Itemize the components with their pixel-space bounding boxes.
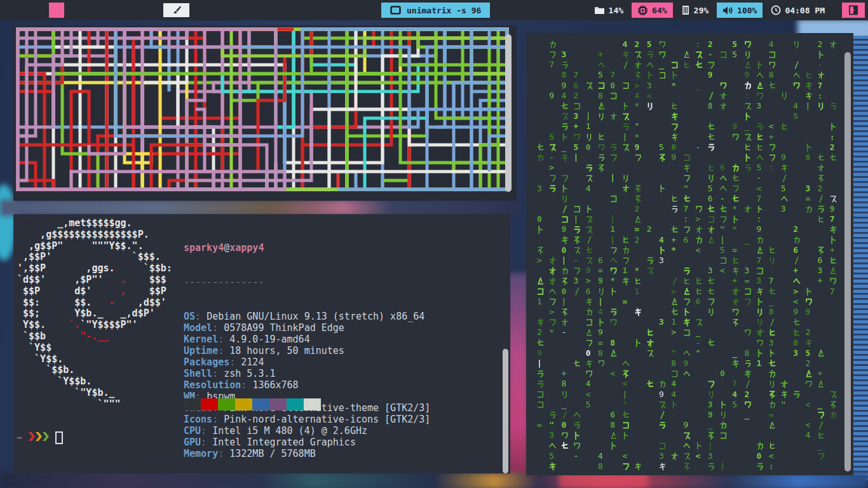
shell-prompt: ~ (17, 431, 63, 444)
paintbrush-icon (172, 5, 182, 15)
info-colon: : (212, 322, 224, 334)
info-value: 0578A99 ThinkPad Edge (224, 322, 344, 334)
folder-icon (594, 6, 605, 15)
info-label: Packages (184, 356, 229, 368)
neofetch-title-line: sparky4@xappy4 (184, 242, 430, 254)
prompt-chevron (29, 432, 35, 441)
neofetch-terminal-window[interactable]: _,met$$$$$gg. ,g$$$$$$$$$$$$$$$P. ,g$$P"… (13, 214, 510, 473)
volume-module[interactable]: 100% (717, 3, 763, 18)
title-underline: -------------- (184, 276, 430, 288)
wallpaper-pink-column (507, 273, 529, 477)
clock-icon (771, 5, 781, 15)
info-label: Icons (184, 414, 212, 425)
neofetch-info-row: Resolution: 868x488 (184, 379, 430, 391)
at-separator: @ (224, 242, 229, 254)
info-colon: : (201, 437, 212, 448)
palette-swatch (269, 398, 287, 410)
info-colon: : (212, 414, 224, 425)
status-bar: unimatrix -s 96 14% 64% (0, 0, 868, 20)
info-value: 1322MB / 5768MB (229, 448, 315, 459)
prompt-chevrons (29, 432, 50, 444)
info-colon: : (212, 368, 224, 379)
info-value: 4.9.0-19-amd64 (229, 334, 309, 345)
door-exit-icon (848, 5, 858, 15)
matrix-rain-art (526, 33, 853, 475)
chip-icon (637, 5, 648, 16)
neofetch-info-block: sparky4@xappy4 -------------- OS: Debian… (184, 219, 430, 482)
prompt-chevron (36, 432, 42, 441)
workspace-indicator[interactable] (49, 3, 64, 18)
palette-swatch (235, 398, 252, 410)
clock-value: 04:08 PM (785, 6, 825, 15)
neofetch-info-row: Model: 0578A99 ThinkPad Edge (184, 322, 430, 334)
neofetch-info-row: Kernel: 4.9.0-19-amd64 (184, 334, 430, 345)
pipes-scrollbar[interactable] (505, 34, 512, 192)
prompt-chevron (43, 432, 49, 441)
disk-module[interactable]: 14% (594, 3, 623, 18)
speaker-icon (722, 6, 733, 15)
palette-swatch (287, 398, 304, 410)
neofetch-info-row: OS: Debian GNU/Linux 9.13 (stretch) x86_… (184, 311, 430, 322)
info-value: Intel Integrated Graphics (212, 437, 356, 448)
info-value: 868x488 (252, 379, 298, 391)
palette-swatch (304, 398, 321, 410)
neofetch-info-row: Shell: zsh 5.3.1 (184, 368, 430, 379)
info-value: Pink-nord-alternative-icons [GTK2/3] (224, 414, 430, 425)
memory-module[interactable]: 29% (681, 3, 709, 18)
prompt-path: ~ (17, 432, 22, 444)
username: sparky4 (184, 242, 224, 254)
neofetch-info-row: GPU: Intel Integrated Graphics (184, 437, 430, 448)
ram-icon (681, 5, 690, 15)
info-label: Uptime (184, 345, 218, 356)
neofetch-info-row: Icons: Pink-nord-alternative-icons [GTK2… (184, 414, 430, 425)
neofetch-info-row: Memory: 1322MB / 5768MB (184, 448, 430, 459)
hostname: xappy4 (229, 242, 264, 254)
neofetch-info-row: Uptime: 18 hours, 50 minutes (184, 345, 430, 356)
info-label: Kernel (184, 334, 218, 345)
info-value: zsh 5.3.1 (224, 368, 275, 379)
focused-window-title: unimatrix -s 96 (407, 6, 481, 15)
debian-ascii-art-accent: . , - `. "-.__ (17, 218, 126, 399)
neofetch-info-list: OS: Debian GNU/Linux 9.13 (stretch) x86_… (184, 311, 430, 459)
matrix-scrollbar[interactable] (844, 52, 851, 471)
unimatrix-terminal-window[interactable] (526, 33, 853, 475)
pipes-art (13, 25, 517, 201)
info-label: Memory (184, 448, 218, 459)
disk-usage-value: 14% (609, 6, 623, 15)
palette-swatch (218, 398, 235, 410)
neofetch-scrollbar[interactable] (503, 349, 508, 473)
power-module[interactable] (842, 3, 865, 18)
wallpaper-building-patch (851, 36, 868, 480)
desktop: unimatrix -s 96 14% 64% (0, 0, 868, 488)
info-colon: : (241, 379, 252, 391)
info-colon: : (201, 425, 212, 437)
info-value: Intel i5 M 480 (4) @ 2.6GHz (212, 425, 367, 437)
info-colon: : (229, 356, 241, 368)
cpu-usage-value: 64% (652, 6, 667, 15)
bar-right-modules: 14% 64% (594, 3, 865, 18)
neofetch-info-row: Packages: 2124 (184, 356, 430, 368)
focused-window-title-chip[interactable]: unimatrix -s 96 (381, 3, 490, 18)
clock-module[interactable]: 04:08 PM (771, 3, 825, 18)
theme-brush-button[interactable] (163, 3, 189, 17)
volume-value: 100% (737, 6, 757, 15)
info-label: Model (184, 322, 212, 334)
info-value: 2124 (241, 356, 264, 368)
info-label: GPU (184, 437, 201, 448)
info-colon: : (195, 311, 207, 322)
palette-swatch (201, 398, 218, 410)
terminal-window-icon (390, 6, 401, 15)
info-colon: : (218, 448, 229, 459)
info-colon: : (218, 334, 229, 345)
memory-usage-value: 29% (694, 6, 709, 15)
palette-swatch (184, 398, 201, 410)
neofetch-info-row: CPU: Intel i5 M 480 (4) @ 2.6GHz (184, 425, 430, 437)
info-label: CPU (184, 425, 201, 437)
info-label: OS (184, 311, 195, 322)
info-value: Debian GNU/Linux 9.13 (stretch) x86_64 (207, 311, 424, 322)
terminal-color-palette (184, 398, 321, 410)
pipes-terminal-window[interactable] (13, 25, 517, 201)
cpu-module[interactable]: 64% (632, 3, 672, 18)
text-cursor[interactable] (55, 431, 63, 444)
info-label: Resolution (184, 379, 241, 391)
